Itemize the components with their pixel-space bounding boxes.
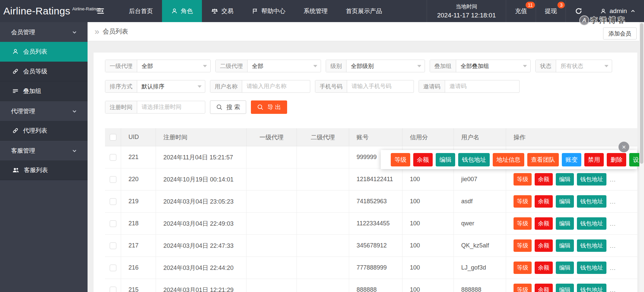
wallet-address-button[interactable]: 钱包地址 (577, 239, 606, 252)
cell-agent2 (297, 279, 349, 292)
brand-logo: Airline-Ratings Airline-Ratings (0, 0, 88, 22)
filter-invite-code: 邀请码 (419, 80, 520, 93)
level-button[interactable]: 等级 (391, 153, 410, 166)
filter-level-select[interactable]: 全部级别 (346, 60, 425, 72)
edit-button[interactable]: 编辑 (556, 195, 574, 208)
top-navbar: Airline-Ratings Airline-Ratings 后台首页 (0, 0, 644, 22)
sidebar-item-support-list[interactable]: 客服列表 (0, 160, 88, 180)
disable-button[interactable]: 禁用 (584, 153, 604, 166)
sidebar-item-agent-list[interactable]: 代理列表 (0, 121, 88, 141)
filter-overlay-group-select[interactable]: 全部叠加组 (456, 60, 530, 72)
sidebar-group-member-management[interactable]: 会员管理 (0, 22, 88, 42)
row-checkbox[interactable] (110, 154, 116, 161)
edit-button[interactable]: 编辑 (436, 153, 455, 166)
phone-input[interactable] (347, 80, 414, 92)
balance-button[interactable]: 余额 (535, 217, 553, 230)
refresh-button[interactable] (566, 0, 591, 22)
level-button[interactable]: 等级 (514, 284, 532, 292)
balance-button[interactable]: 余额 (535, 239, 553, 252)
table-row: 2162024年03月04日 22:44:20777888999100LJ_go… (105, 257, 637, 279)
sidebar-group-support-management[interactable]: 客服管理 (0, 141, 88, 160)
scrollbar-thumb[interactable] (640, 23, 643, 164)
invite-code-input[interactable] (445, 80, 519, 92)
cell-credit: 100 (402, 213, 454, 235)
filter-agent2: 二级代理 全部 (215, 60, 321, 72)
nav-item-transactions[interactable]: 交易 (202, 0, 243, 22)
wallet-address-button[interactable]: 钱包地址 (577, 217, 606, 230)
row-checkbox[interactable] (110, 220, 116, 227)
select-all-checkbox[interactable] (110, 134, 116, 141)
cell-account: 777888999 (349, 257, 402, 279)
level-button[interactable]: 等级 (514, 239, 532, 252)
level-button[interactable]: 等级 (514, 262, 532, 274)
delete-button[interactable]: 删除 (607, 153, 626, 166)
row-checkbox[interactable] (110, 176, 116, 183)
wallet-address-button[interactable]: 钱包地址 (577, 262, 606, 274)
filter-agent1-value: 全部 (142, 62, 153, 70)
nav-item-home-products[interactable]: 首页展示产品 (337, 0, 391, 22)
sidebar-group-agent-management[interactable]: 代理管理 (0, 101, 88, 121)
nav-item-system[interactable]: 系统管理 (294, 0, 337, 22)
cell-agent2 (297, 213, 349, 235)
view-team-button[interactable]: 查看团队 (527, 153, 559, 166)
wallet-address-button[interactable]: 钱包地址 (577, 173, 606, 186)
balance-button[interactable]: 余额 (535, 195, 553, 208)
export-button[interactable]: 导 出 (251, 100, 287, 114)
more-actions-button[interactable]: … (609, 176, 616, 183)
more-actions-button[interactable]: … (609, 198, 616, 205)
row-checkbox[interactable] (110, 265, 116, 271)
nav-item-label: 帮助中心 (261, 7, 285, 15)
more-actions-button[interactable]: … (609, 264, 616, 272)
add-member-button[interactable]: 添加会员 (603, 27, 637, 40)
search-button[interactable]: 搜 索 (210, 100, 246, 114)
filter-agent1-select[interactable]: 全部 (137, 60, 210, 72)
more-actions-button[interactable]: … (609, 286, 616, 292)
wallet-address-button[interactable]: 钱包地址 (577, 195, 606, 208)
balance-button[interactable]: 余额 (535, 262, 553, 274)
balance-button[interactable]: 余额 (413, 153, 433, 166)
row-checkbox[interactable] (110, 242, 116, 249)
username-input[interactable] (242, 80, 310, 92)
user-menu[interactable]: admin (591, 0, 644, 22)
sidebar-item-member-level[interactable]: 会员等级 (0, 62, 88, 81)
recharge-button[interactable]: 充值 11 (506, 0, 536, 22)
nav-item-dashboard[interactable]: 后台首页 (120, 0, 162, 22)
level-button[interactable]: 等级 (514, 217, 532, 230)
more-actions-button[interactable]: … (609, 220, 616, 227)
nav-item-help-center[interactable]: 帮助中心 (243, 0, 294, 22)
level-button[interactable]: 等级 (514, 173, 532, 186)
balance-button[interactable]: 余额 (535, 284, 553, 292)
edit-button[interactable]: 编辑 (556, 173, 574, 186)
edit-button[interactable]: 编辑 (556, 262, 574, 274)
level-button[interactable]: 等级 (514, 195, 532, 208)
edit-button[interactable]: 编辑 (556, 284, 574, 292)
sidebar-item-overlay-group[interactable]: 叠加组 (0, 81, 88, 101)
filter-sort-select[interactable]: 默认排序 (137, 80, 205, 92)
search-button-label: 搜 索 (226, 103, 240, 111)
balance-button[interactable]: 余额 (535, 173, 553, 186)
account-change-button[interactable]: 账变 (562, 153, 581, 166)
reg-time-input[interactable] (137, 101, 205, 113)
close-icon[interactable]: × (619, 142, 629, 152)
filter-agent2-select[interactable]: 全部 (248, 60, 321, 72)
row-checkbox[interactable] (110, 198, 116, 205)
withdraw-button[interactable]: 提现 3 (536, 0, 566, 22)
cell-uid: 216 (121, 257, 156, 279)
person-icon (12, 48, 19, 55)
filter-status-select[interactable]: 所有状态 (556, 60, 612, 72)
row-checkbox[interactable] (110, 287, 116, 292)
cell-reg-time: 2024年03月04日 22:49:03 (156, 213, 247, 235)
sidebar-item-member-list[interactable]: 会员列表 (0, 42, 88, 62)
more-actions-button[interactable]: … (609, 242, 616, 249)
local-time-label: 当地时间 (456, 3, 477, 10)
sidebar-collapse-icon[interactable] (93, 0, 108, 22)
nav-item-roles[interactable]: 角色 (162, 0, 202, 22)
edit-button[interactable]: 编辑 (556, 217, 574, 230)
address-info-button[interactable]: 地址信息 (493, 153, 524, 166)
edit-button[interactable]: 编辑 (556, 239, 574, 252)
filter-sort-label: 排序方式 (105, 80, 137, 92)
wallet-address-button[interactable]: 钱包地址 (577, 284, 606, 292)
wallet-address-button[interactable]: 钱包地址 (458, 153, 490, 166)
cell-agent2 (297, 257, 349, 279)
sidebar-group-label: 会员管理 (11, 28, 35, 36)
